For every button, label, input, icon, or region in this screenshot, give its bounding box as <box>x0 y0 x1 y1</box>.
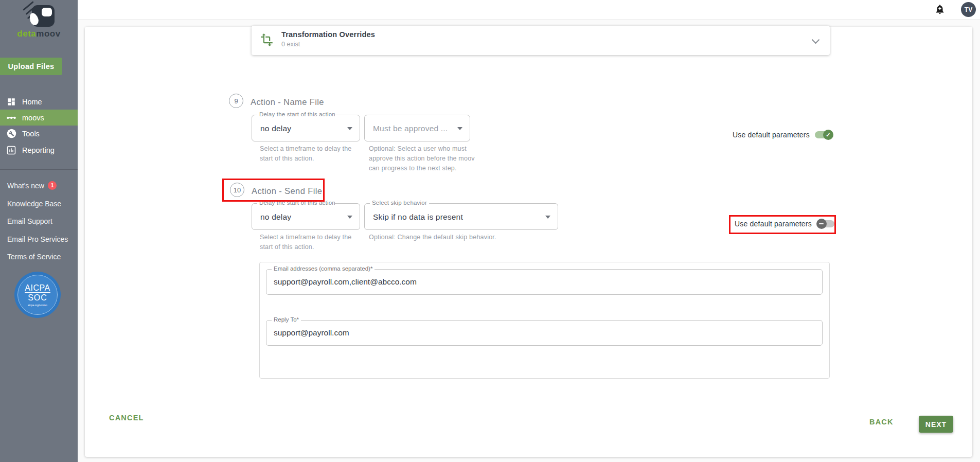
next-button[interactable]: NEXT <box>919 416 953 433</box>
email-addresses-input[interactable] <box>274 270 815 294</box>
step9-number: 9 <box>229 94 243 108</box>
step9-delay-value: no delay <box>260 115 291 142</box>
sidebar-item-label: Home <box>22 98 42 106</box>
brand-logo <box>0 2 78 29</box>
app-root: detamoov Upload Files Home moovs Tools R… <box>0 0 980 462</box>
upload-files-button[interactable]: Upload Files <box>0 58 62 75</box>
step9-delay-select[interactable]: Delay the start of this action no delay <box>252 115 360 141</box>
sidebar-item-label: moovs <box>22 114 44 122</box>
check-icon: ✓ <box>823 130 833 140</box>
sidebar-link-knowledge-base[interactable]: Knowledge Base <box>0 200 78 208</box>
toggle-label: Use default parameters <box>735 220 812 228</box>
sidebar-link-email-pro-services[interactable]: Email Pro Services <box>0 235 78 243</box>
brand-wordmark: detamoov <box>0 29 78 39</box>
step9-approver-placeholder: Must be approved ... <box>373 115 448 142</box>
transform-icon <box>260 33 274 47</box>
dashboard-icon <box>6 97 16 107</box>
step9-approver-helper: Optional: Select a user who must approve… <box>369 144 481 173</box>
toggle-on-switch[interactable]: ✓ <box>814 130 833 140</box>
whats-new-badge: 1 <box>48 181 57 190</box>
dropdown-arrow-icon <box>347 127 352 130</box>
user-avatar[interactable]: TV <box>961 2 976 17</box>
sidebar: detamoov Upload Files Home moovs Tools R… <box>0 0 78 462</box>
link-label: Terms of Service <box>7 253 61 261</box>
sidebar-link-whats-new[interactable]: What's new 1 <box>0 181 78 190</box>
link-label: Knowledge Base <box>7 200 61 208</box>
sidebar-item-moovs[interactable]: moovs <box>0 110 78 126</box>
soc-line1: AICPA <box>25 283 50 292</box>
wrench-icon <box>6 129 16 139</box>
sidebar-divider <box>0 169 78 170</box>
reply-to-input[interactable] <box>274 321 815 345</box>
step10-delay-select[interactable]: Delay the start of this action no delay <box>252 203 360 230</box>
toggle-label: Use default parameters <box>733 131 810 139</box>
step9-approver-select[interactable]: Must be approved ... <box>364 115 470 141</box>
soc-line2: SOC <box>25 292 50 303</box>
chevron-down-icon[interactable] <box>812 36 820 44</box>
transformation-overrides-accordion[interactable]: Transformation Overrides 0 exist <box>252 26 830 55</box>
bar-chart-icon <box>6 145 16 155</box>
step9-title: Action - Name File <box>251 97 324 107</box>
reply-to-field: Reply To* <box>266 320 823 346</box>
aicpa-soc-badge: AICPA SOC aicpa.org/soc4so <box>14 272 61 318</box>
notification-add-icon[interactable] <box>934 4 946 16</box>
step9-default-parameters-toggle[interactable]: Use default parameters ✓ <box>733 130 833 140</box>
wordmark-green: deta <box>17 29 36 39</box>
link-label: Email Pro Services <box>7 235 68 243</box>
accordion-title: Transformation Overrides <box>281 30 375 39</box>
accordion-subtitle: 0 exist <box>281 41 300 48</box>
wordmark-dark: moov <box>36 29 60 39</box>
dots-icon <box>6 113 16 123</box>
link-label: What's new <box>7 182 44 190</box>
step10-skip-behavior-select[interactable]: Select skip behavior Skip if no data is … <box>364 203 558 230</box>
sidebar-item-reporting[interactable]: Reporting <box>0 142 78 158</box>
dropdown-arrow-icon <box>347 216 352 219</box>
toggle-off-switch[interactable] <box>816 219 835 229</box>
link-label: Email Support <box>7 217 52 225</box>
minus-icon <box>816 219 827 229</box>
back-button[interactable]: BACK <box>869 418 894 426</box>
soc-caption: aicpa.org/soc4so <box>28 304 47 307</box>
email-addresses-field: Email addresses (comma separated)* <box>266 269 823 295</box>
topbar: TV <box>78 0 980 20</box>
email-parameters-group: Email addresses (comma separated)* Reply… <box>259 262 830 379</box>
dropdown-arrow-icon <box>457 127 462 130</box>
step10-title: Action - Send File <box>252 186 322 196</box>
step10-skip-value: Skip if no data is present <box>373 204 463 230</box>
step10-skip-helper: Optional: Change the default skip behavi… <box>369 233 585 242</box>
logo-mark-icon <box>32 5 55 27</box>
sidebar-item-tools[interactable]: Tools <box>0 126 78 141</box>
step9-delay-helper: Select a timeframe to delay the start of… <box>260 144 360 164</box>
sidebar-link-terms-of-service[interactable]: Terms of Service <box>0 253 78 261</box>
sidebar-item-label: Tools <box>22 130 40 138</box>
step10-delay-value: no delay <box>260 204 291 230</box>
step10-default-parameters-toggle[interactable]: Use default parameters <box>735 219 835 229</box>
step10-number: 10 <box>230 183 244 197</box>
cancel-button[interactable]: CANCEL <box>109 414 144 422</box>
sidebar-link-email-support[interactable]: Email Support <box>0 217 78 225</box>
step10-delay-helper: Select a timeframe to delay the start of… <box>260 233 360 252</box>
dropdown-arrow-icon <box>545 216 550 219</box>
sidebar-item-label: Reporting <box>22 146 55 154</box>
sidebar-item-home[interactable]: Home <box>0 94 78 110</box>
